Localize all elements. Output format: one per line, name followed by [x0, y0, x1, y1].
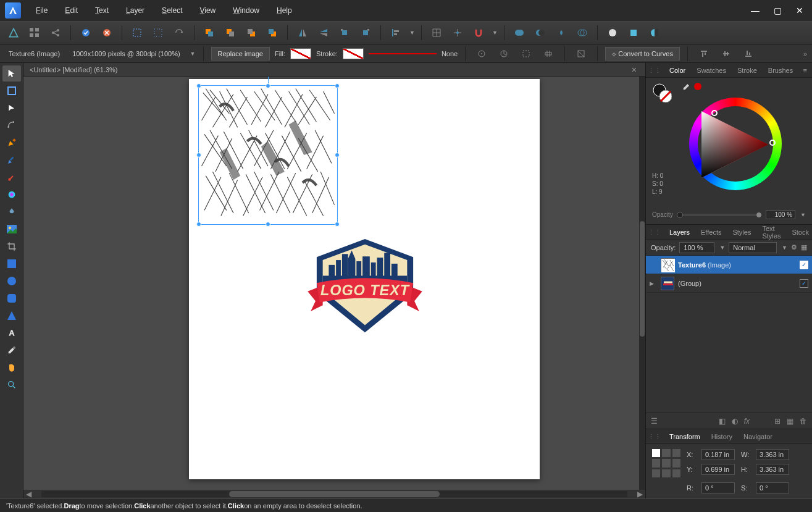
minimize-button[interactable]: — [748, 3, 763, 18]
menu-help[interactable]: Help [269, 2, 299, 19]
layer-visibility-checkbox[interactable]: ✓ [800, 261, 808, 269]
place-image-tool[interactable] [2, 221, 21, 237]
tab-swatches[interactable]: Swatches [692, 64, 731, 77]
maximize-button[interactable]: ▢ [770, 3, 785, 18]
tab-text-styles[interactable]: Text Styles [757, 222, 785, 242]
reset-box-icon[interactable] [572, 45, 590, 62]
layer-row-texture[interactable]: Texture6 (Image) ✓ [646, 256, 812, 274]
sat-handle[interactable] [769, 140, 776, 146]
tab-stroke[interactable]: Stroke [732, 64, 762, 77]
nosync-icon[interactable] [98, 24, 115, 41]
transform-origin-icon[interactable] [473, 45, 490, 62]
pencil-tool[interactable] [2, 152, 21, 168]
sync-icon[interactable] [77, 24, 94, 41]
union-icon[interactable] [511, 24, 528, 41]
new-layer-icon[interactable] [625, 24, 642, 41]
brush-tool[interactable] [2, 169, 21, 185]
back-icon[interactable] [264, 24, 281, 41]
doc-info-dropdown[interactable]: ▼ [190, 51, 196, 57]
document-tab[interactable]: <Untitled> [Modified] (61.3%) × [23, 63, 645, 77]
opacity-slider[interactable] [677, 214, 762, 216]
pen-tool[interactable] [2, 135, 21, 151]
toolbar-overflow-icon[interactable]: » [803, 50, 807, 57]
divide-icon[interactable] [574, 24, 591, 41]
fill-swatch[interactable] [290, 48, 311, 59]
handle-tm[interactable] [266, 83, 270, 88]
stroke-swatch[interactable] [343, 48, 364, 59]
layer-opacity-value[interactable]: 100 % [679, 242, 714, 253]
add-layer-icon[interactable]: ⊞ [774, 417, 781, 426]
tab-styles[interactable]: Styles [727, 226, 756, 238]
zoom-tool[interactable] [2, 377, 21, 393]
select-dots-icon[interactable] [149, 24, 167, 41]
color-triangle[interactable] [701, 111, 769, 178]
layer-settings-icon[interactable]: ⚙ [791, 243, 797, 251]
tab-transform[interactable]: Transform [664, 430, 705, 443]
forward-icon[interactable] [222, 24, 239, 41]
triangle-tool[interactable] [2, 308, 21, 324]
handle-mr[interactable] [335, 153, 340, 157]
new-doc-icon[interactable] [604, 24, 621, 41]
convert-icon[interactable] [170, 24, 188, 41]
layers-stack-icon[interactable]: ☰ [651, 417, 658, 426]
fill-stroke-selector[interactable] [652, 83, 672, 103]
share-icon[interactable] [47, 24, 64, 41]
tab-effects[interactable]: Effects [696, 226, 726, 238]
transform-x-input[interactable] [701, 449, 735, 460]
selection-bounds[interactable] [198, 85, 338, 225]
rectangle-tool[interactable] [2, 256, 21, 272]
transparency-tool[interactable] [2, 204, 21, 220]
front-icon[interactable] [201, 24, 218, 41]
tab-color[interactable]: Color [664, 64, 690, 77]
flip-v-icon[interactable] [315, 24, 332, 41]
tab-brushes[interactable]: Brushes [763, 64, 798, 77]
layer-grid-icon[interactable]: ▦ [801, 243, 807, 251]
delete-layer-icon[interactable]: 🗑 [800, 417, 807, 426]
canvas-viewport[interactable]: LOGO TEXT [23, 77, 645, 490]
menu-window[interactable]: Window [225, 2, 267, 19]
handle-ml[interactable] [196, 153, 201, 157]
artboard-tool[interactable] [2, 83, 21, 99]
blend-mode-select[interactable]: Normal [729, 242, 777, 253]
select-all-icon[interactable] [128, 24, 146, 41]
snap-grid-icon[interactable] [428, 24, 445, 41]
handle-br[interactable] [335, 222, 340, 227]
rotate-cw-icon[interactable] [357, 24, 374, 41]
mask-icon[interactable] [646, 24, 663, 41]
stroke-width-slider[interactable] [369, 53, 437, 54]
cycle-selection-icon[interactable] [540, 45, 557, 62]
align-middle-icon[interactable] [718, 45, 735, 62]
magnet-icon[interactable] [470, 24, 487, 41]
intersect-icon[interactable] [553, 24, 570, 41]
close-window-button[interactable]: ✕ [792, 3, 807, 18]
fill-tool[interactable] [2, 187, 21, 203]
vertical-scrollbar[interactable] [639, 77, 645, 490]
anchor-selector[interactable] [652, 449, 680, 477]
fx-icon[interactable]: fx [744, 417, 750, 426]
handle-tr[interactable] [335, 83, 340, 88]
persona-icon[interactable] [5, 24, 22, 41]
move-tool[interactable] [2, 65, 21, 82]
expand-icon[interactable]: ▶ [650, 280, 657, 287]
horizontal-scrollbar[interactable]: ◀ ▶ [23, 490, 645, 498]
transform-h-input[interactable] [756, 464, 789, 475]
opacity-value[interactable]: 100 % [766, 210, 795, 219]
hue-handle[interactable] [711, 110, 718, 116]
tab-navigator[interactable]: Navigator [739, 430, 777, 443]
hand-tool[interactable] [2, 359, 21, 376]
eyedropper-tool[interactable] [2, 342, 21, 358]
logo-group[interactable]: LOGO TEXT [298, 236, 432, 338]
text-tool[interactable] [2, 325, 21, 341]
rotate-ccw-icon[interactable] [336, 24, 353, 41]
texture-image[interactable] [199, 86, 337, 224]
menu-file[interactable]: File [28, 2, 55, 19]
flip-h-icon[interactable] [294, 24, 311, 41]
ellipse-tool[interactable] [2, 273, 21, 289]
transform-r-input[interactable] [701, 482, 735, 493]
menu-edit[interactable]: Edit [57, 2, 85, 19]
replace-image-button[interactable]: Replace image [211, 47, 270, 61]
eyedropper-icon[interactable] [682, 82, 692, 91]
menu-view[interactable]: View [192, 2, 223, 19]
convert-curves-button[interactable]: ⟐ Convert to Curves [605, 47, 680, 61]
mask-layer-icon[interactable]: ◧ [719, 417, 726, 426]
